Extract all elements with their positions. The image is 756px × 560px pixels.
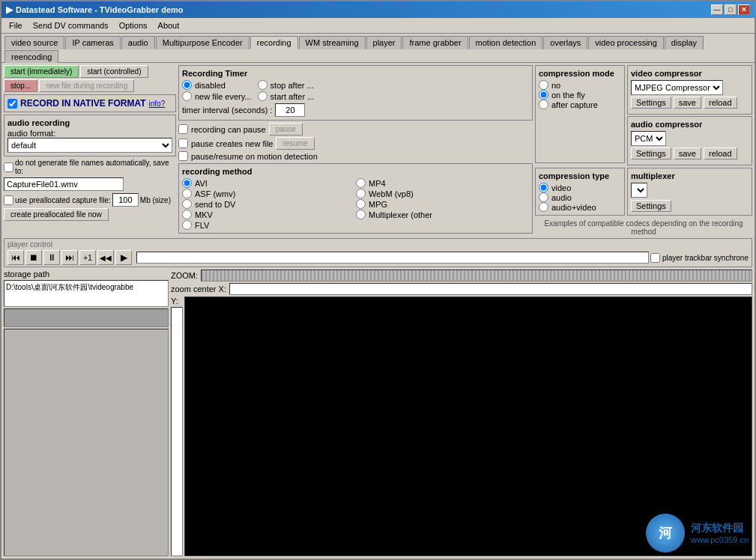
player-sync-row: player trackbar synchrone xyxy=(650,253,749,263)
player-rewind-button[interactable]: ◀◀ xyxy=(97,250,114,265)
multiplexer-dropdown[interactable] xyxy=(631,183,647,198)
tab-overlays[interactable]: overlays xyxy=(543,36,587,49)
method-mpg-radio[interactable] xyxy=(356,199,366,209)
zoom-label: ZOOM: xyxy=(171,271,198,280)
timer-box: Recording Timer disabled new file every.… xyxy=(178,65,533,121)
tab-ip-cameras[interactable]: IP cameras xyxy=(65,36,120,49)
tab-video-source[interactable]: video source xyxy=(4,36,64,49)
recording-can-pause-checkbox[interactable] xyxy=(178,124,188,134)
pause-button[interactable]: pause xyxy=(269,123,303,136)
method-mkv-radio[interactable] xyxy=(182,210,192,219)
maximize-button[interactable]: □ xyxy=(725,4,737,15)
timer-interval-input[interactable] xyxy=(275,103,305,117)
recording-can-pause-label: recording can pause xyxy=(191,125,266,134)
auto-filename-row: do not generate file names automatically… xyxy=(4,159,176,175)
video-save-button[interactable]: save xyxy=(674,97,701,109)
menu-send-dv[interactable]: Send DV commands xyxy=(28,19,113,31)
pause-motion-label: pause/resume on motion detection xyxy=(191,152,318,161)
start-immediately-button[interactable]: start (immediately) xyxy=(4,65,79,78)
comp-type-video-radio[interactable] xyxy=(539,183,548,192)
menu-file[interactable]: File xyxy=(4,19,27,31)
create-prealloc-button[interactable]: create preallocated file now xyxy=(4,208,109,221)
method-webm-label: WebM (vp8) xyxy=(369,189,414,198)
method-dv-label: send to DV xyxy=(195,200,235,209)
player-to-start-button[interactable]: ⏮ xyxy=(7,250,24,265)
player-trackbar[interactable] xyxy=(136,252,649,264)
timer-interval-row: timer interval (seconds) : xyxy=(182,103,529,117)
menu-options[interactable]: Options xyxy=(115,19,152,31)
storage-large-area xyxy=(4,329,169,556)
player-sync-checkbox[interactable] xyxy=(650,253,660,263)
method-asf-radio[interactable] xyxy=(182,189,192,198)
audio-reload-button[interactable]: reload xyxy=(704,147,737,159)
comp-mode-fly-radio[interactable] xyxy=(539,90,548,100)
multiplexer-settings-button[interactable]: Settings xyxy=(631,200,671,212)
zoom-slider[interactable] xyxy=(201,270,752,281)
method-avi-radio[interactable] xyxy=(182,178,192,188)
video-compressor-dropdown[interactable]: MJPEG Compressor xyxy=(631,80,723,95)
comp-type-audio-label: audio xyxy=(551,193,572,202)
timer-disabled-radio[interactable] xyxy=(182,80,192,90)
prealloc-row: use preallocated capture file: Mb (size)… xyxy=(4,193,176,221)
player-play-button[interactable]: ▶ xyxy=(115,250,132,265)
tab-display[interactable]: display xyxy=(665,36,704,49)
tab-recording[interactable]: recording xyxy=(250,36,298,49)
player-next-button[interactable]: ⏭ xyxy=(61,250,78,265)
recording-method-box: recording method AVI MP4 ASF (wmv) WebM … xyxy=(178,163,533,234)
timer-new-file-radio[interactable] xyxy=(182,91,192,101)
comp-type-av-radio[interactable] xyxy=(539,202,548,212)
menu-about[interactable]: About xyxy=(154,19,184,31)
zoom-center-y-slider[interactable] xyxy=(171,307,183,556)
video-reload-button[interactable]: reload xyxy=(704,97,737,109)
method-mp4-radio[interactable] xyxy=(356,178,366,188)
method-mux-radio[interactable] xyxy=(356,210,366,219)
new-file-button[interactable]: new file during recording xyxy=(39,79,134,92)
recording-buttons-row: start (immediately) start (controlled) s… xyxy=(4,65,176,92)
timer-stop-after-radio[interactable] xyxy=(258,80,267,90)
close-button[interactable]: ✕ xyxy=(738,4,750,15)
multiplexer-title: multiplexer xyxy=(631,171,749,180)
zoom-center-x-label: zoom center X: xyxy=(171,284,226,293)
method-flv-radio[interactable] xyxy=(182,220,192,230)
audio-settings-button[interactable]: Settings xyxy=(631,147,671,159)
start-controlled-button[interactable]: start (controlled) xyxy=(80,65,148,78)
video-settings-button[interactable]: Settings xyxy=(631,97,671,109)
prealloc-size-input[interactable] xyxy=(112,193,139,207)
pause-creates-new-checkbox[interactable] xyxy=(178,139,188,148)
zoom-row: ZOOM: xyxy=(171,270,752,281)
native-format-info[interactable]: info? xyxy=(149,100,166,108)
pause-motion-checkbox[interactable] xyxy=(178,151,188,161)
resume-button[interactable]: resume xyxy=(276,137,314,150)
player-pause-button[interactable]: ⏸ xyxy=(43,250,60,265)
method-webm-radio[interactable] xyxy=(356,189,366,198)
method-dv-radio[interactable] xyxy=(182,199,192,209)
minimize-button[interactable]: — xyxy=(711,4,723,15)
tab-reencoding[interactable]: reencoding xyxy=(4,50,58,63)
filepath-input[interactable] xyxy=(4,177,124,191)
tab-player[interactable]: player xyxy=(366,36,402,49)
storage-panel: storage path D:\tools\桌面\河东软件园\tvideogra… xyxy=(4,270,169,556)
tab-motion-detection[interactable]: motion detection xyxy=(469,36,543,49)
watermark-line1: 河东软件园 xyxy=(691,522,749,535)
tab-multipurpose-encoder[interactable]: Multipurpose Encoder xyxy=(156,36,250,49)
app-icon: ▶ xyxy=(6,4,13,15)
audio-compressor-dropdown[interactable]: PCM xyxy=(631,131,666,146)
tab-audio[interactable]: audio xyxy=(121,36,155,49)
storage-thumbnail xyxy=(4,308,169,327)
prealloc-checkbox[interactable] xyxy=(4,195,13,205)
tab-frame-grabber[interactable]: frame grabber xyxy=(402,36,468,49)
tab-video-processing[interactable]: video processing xyxy=(588,36,664,49)
comp-type-audio-radio[interactable] xyxy=(539,192,548,202)
no-auto-filename-checkbox[interactable] xyxy=(4,162,13,172)
tab-wm-streaming[interactable]: WM streaming xyxy=(299,36,366,49)
native-format-checkbox[interactable] xyxy=(7,99,17,109)
comp-mode-after-radio[interactable] xyxy=(539,100,548,109)
audio-format-dropdown[interactable]: default xyxy=(7,138,172,153)
comp-mode-no-radio[interactable] xyxy=(539,80,548,90)
timer-start-after-radio[interactable] xyxy=(258,91,267,101)
audio-save-button[interactable]: save xyxy=(674,147,701,159)
player-plus1-button[interactable]: +1 xyxy=(79,250,96,265)
zoom-center-x-slider[interactable] xyxy=(229,283,752,295)
player-stop-button[interactable]: ⏹ xyxy=(25,250,42,265)
stop-button[interactable]: stop... xyxy=(4,79,37,92)
